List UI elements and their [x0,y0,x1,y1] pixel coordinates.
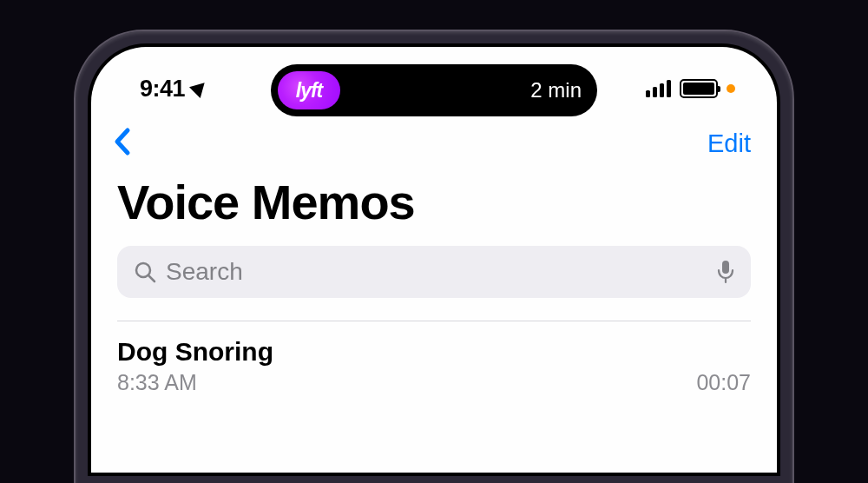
location-arrow-icon [189,77,210,98]
screen: 9:41 lyft 2 min [91,47,777,473]
page-title: Voice Memos [91,163,777,246]
memo-duration: 00:07 [696,370,751,395]
search-icon [133,260,157,284]
status-left: 9:41 [140,76,207,103]
back-button[interactable] [114,127,131,160]
search-bar[interactable] [117,246,751,298]
microphone-icon[interactable] [716,259,735,285]
search-input[interactable] [166,258,707,286]
cellular-signal-icon [646,80,671,97]
status-time: 9:41 [140,76,185,103]
svg-line-1 [148,275,155,281]
island-app-logo: lyft [296,79,323,103]
phone-frame: 9:41 lyft 2 min [74,30,794,483]
memo-meta: 8:33 AM 00:07 [117,370,751,395]
battery-icon [680,79,718,98]
nav-bar: Edit [91,115,777,163]
status-right [646,79,735,98]
edit-button[interactable]: Edit [707,129,751,158]
memo-title: Dog Snoring [117,337,751,367]
chevron-left-icon [114,127,131,156]
svg-rect-2 [722,261,729,274]
dynamic-island[interactable]: lyft 2 min [271,64,597,116]
island-app-pill[interactable]: lyft [278,71,340,109]
memo-time: 8:33 AM [117,370,197,395]
phone-bezel: 9:41 lyft 2 min [88,43,780,476]
memo-list-item[interactable]: Dog Snoring 8:33 AM 00:07 [91,321,777,395]
microphone-indicator-dot-icon [727,84,735,93]
island-eta-text: 2 min [530,78,582,103]
